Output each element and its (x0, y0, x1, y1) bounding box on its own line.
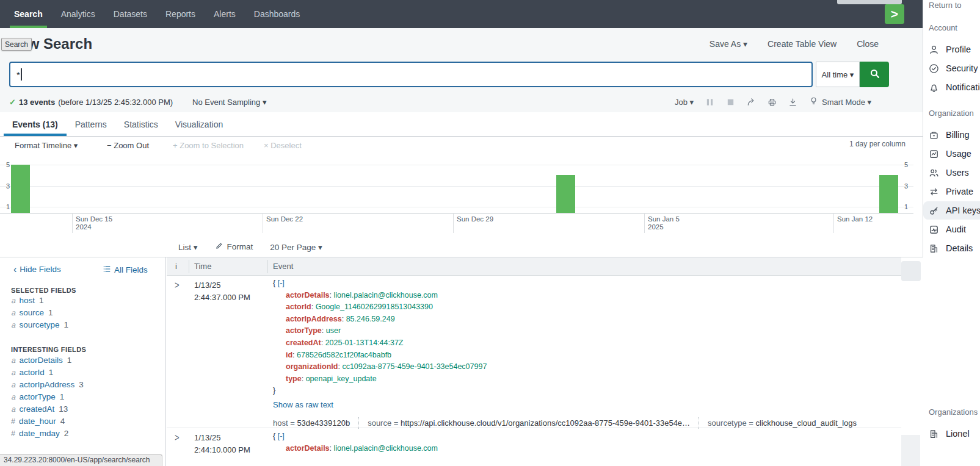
field-host[interactable]: ahost1 (11, 296, 44, 305)
panel-item-details[interactable]: Details (929, 239, 980, 257)
stop-icon[interactable] (726, 98, 735, 107)
json-key: organizationId (286, 362, 338, 371)
field-date_hour[interactable]: #date_hour4 (11, 417, 65, 426)
x-axis-tick-label: Sun Jan 52025 (648, 215, 680, 231)
field-name-link[interactable]: date_mday (19, 429, 60, 438)
result-count: ✓ 13 events (before 1/13/25 2:45:32.000 … (9, 91, 173, 112)
field-date_mday[interactable]: #date_mday2 (11, 429, 68, 438)
meta-key: host = (273, 418, 297, 428)
x-axis-tick-mark (263, 213, 263, 233)
panel-item-security[interactable]: Security (929, 59, 980, 77)
json-field-line: actorDetails: lionel.palacin@clickhouse.… (273, 443, 438, 455)
field-distinct-count: 1 (60, 392, 65, 401)
close-button[interactable]: Close (857, 39, 879, 49)
panel-item-label: Security (946, 63, 978, 73)
tab-statistics[interactable]: Statistics (115, 112, 167, 136)
json-field-line: createdAt: 2025-01-13T14:44:37Z (273, 337, 865, 349)
y-axis-tick-left: 3 (1, 182, 10, 190)
field-name-link[interactable]: createdAt (19, 404, 54, 414)
field-name-link[interactable]: actorType (19, 392, 55, 401)
format-timeline-dropdown[interactable]: Format Timeline ▾ (15, 141, 78, 150)
event-sampling-dropdown[interactable]: No Event Sampling ▾ (192, 91, 266, 112)
chart-gridline (0, 207, 913, 207)
field-name-link[interactable]: source (19, 308, 44, 317)
tab-patterns[interactable]: Patterns (67, 112, 115, 136)
field-name-link[interactable]: sourcetype (19, 320, 59, 329)
show-raw-text-link[interactable]: Show as raw text (273, 399, 333, 411)
scrollbar-thumb-horizontal[interactable] (837, 0, 902, 4)
json-field-line: actorId: Google_114602629918513043390 (273, 301, 865, 314)
panel-item-notifications[interactable]: Notifications (929, 78, 980, 96)
field-name-link[interactable]: actorDetails (19, 356, 62, 365)
scrollbar-thumb-vertical[interactable] (901, 261, 921, 281)
panel-item-audit[interactable]: Audit (929, 220, 980, 238)
panel-item-billing[interactable]: Billing (929, 126, 980, 144)
timeline-bar[interactable] (556, 175, 575, 213)
search-input[interactable]: * (9, 62, 813, 87)
field-actorDetails[interactable]: aactorDetails1 (11, 356, 71, 365)
timeline-bar[interactable] (11, 165, 30, 213)
event-json: { [-]actorDetails: lionel.palacin@clickh… (273, 278, 865, 429)
per-page-dropdown[interactable]: 20 Per Page ▾ (270, 242, 322, 252)
field-source[interactable]: asource1 (11, 308, 53, 317)
print-icon[interactable] (768, 98, 777, 107)
x-axis-tick-mark (453, 213, 454, 233)
event-clock: 2:44:37.000 PM (194, 292, 250, 304)
search-button[interactable] (860, 62, 889, 87)
time-range-picker[interactable]: All time ▾ (816, 62, 860, 87)
format-button[interactable]: Format (215, 242, 253, 252)
create-table-view-button[interactable]: Create Table View (768, 39, 837, 49)
search-mode-label: Smart Mode ▾ (822, 98, 871, 107)
field-name-link[interactable]: host (19, 296, 35, 305)
nav-item-dashboards[interactable]: Dashboards (245, 0, 310, 28)
field-name-link[interactable]: date_hour (19, 417, 56, 426)
field-name-link[interactable]: actorId (19, 368, 44, 377)
field-sourcetype[interactable]: asourcetype1 (11, 320, 68, 329)
pause-icon[interactable] (705, 98, 714, 107)
collapse-json-link[interactable]: [-] (278, 279, 285, 287)
share-icon[interactable] (747, 98, 756, 107)
field-actorType[interactable]: aactorType1 (11, 392, 64, 401)
field-distinct-count: 1 (67, 356, 72, 365)
json-key: actorIpAddress (286, 315, 342, 323)
list-view-dropdown[interactable]: List ▾ (178, 242, 198, 252)
event-expander[interactable]: > (175, 279, 180, 291)
json-key: type (286, 375, 302, 383)
field-actorId[interactable]: aactorId1 (11, 368, 53, 377)
selected-fields-header: SELECTED FIELDS (11, 287, 76, 294)
nav-item-reports[interactable]: Reports (156, 0, 205, 28)
column-scale-note: 1 day per column (849, 140, 906, 148)
job-dropdown[interactable]: Job ▾ (675, 98, 694, 107)
zoom-out-button[interactable]: − Zoom Out (107, 141, 149, 150)
hide-fields-button[interactable]: ‹ Hide Fields (13, 265, 61, 274)
tab-events[interactable]: Events (13) (4, 112, 67, 136)
column-separator (189, 260, 189, 273)
nav-item-analytics[interactable]: Analytics (52, 0, 104, 28)
panel-item-usage[interactable]: Usage (929, 145, 980, 163)
all-fields-button[interactable]: All Fields (103, 265, 148, 275)
nav-item-search[interactable]: Search (5, 0, 52, 28)
field-actorIpAddress[interactable]: aactorIpAddress3 (11, 380, 84, 389)
event-expander[interactable]: > (175, 432, 180, 443)
scrollbar-thumb-lower[interactable] (901, 435, 920, 466)
timeline-bar[interactable] (879, 175, 898, 213)
nav-item-alerts[interactable]: Alerts (205, 0, 245, 28)
splunk-logo[interactable]: > (885, 4, 904, 24)
field-name-link[interactable]: actorIpAddress (19, 380, 74, 389)
field-createdAt[interactable]: acreatedAt13 (11, 404, 68, 414)
panel-item-lionel[interactable]: Lionel (929, 425, 980, 443)
search-mode-dropdown[interactable]: Smart Mode ▾ (809, 96, 871, 107)
brace-close: } (273, 385, 865, 397)
download-icon[interactable] (788, 98, 797, 107)
numeric-field-icon: # (11, 417, 15, 426)
save-as-button[interactable]: Save As ▾ (710, 39, 747, 49)
collapse-json-link[interactable]: [-] (278, 432, 285, 440)
json-value: 678526d582c1f20fac4babfb (297, 351, 391, 359)
panel-item-private[interactable]: Private (929, 182, 980, 201)
tab-visualization[interactable]: Visualization (167, 112, 231, 136)
panel-item-users[interactable]: Users (929, 163, 980, 182)
panel-item-api-keys[interactable]: API keys (923, 201, 980, 220)
nav-item-datasets[interactable]: Datasets (104, 0, 156, 28)
panel-item-profile[interactable]: Profile (929, 40, 980, 59)
return-to-link[interactable]: Return to (929, 1, 961, 10)
